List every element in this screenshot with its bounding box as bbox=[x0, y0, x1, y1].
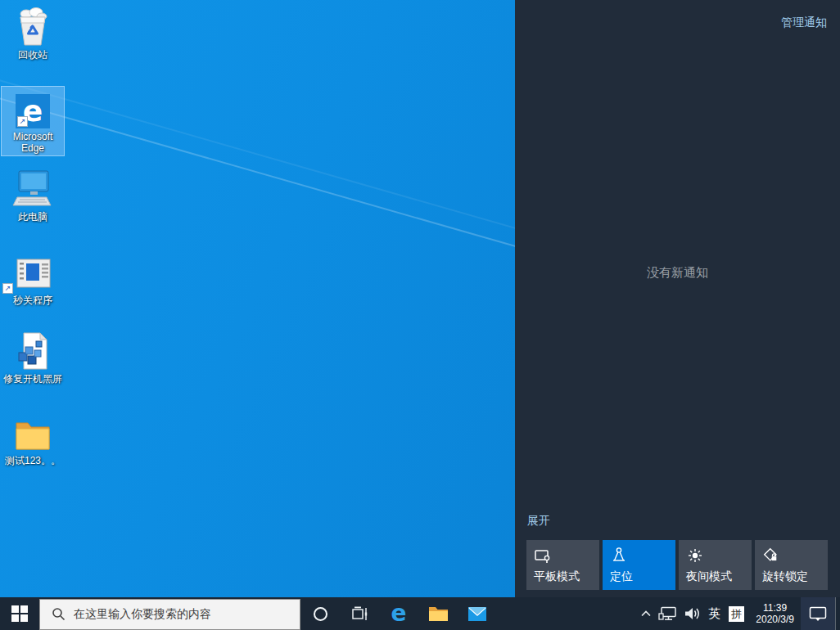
shortcut-arrow-icon: ↗ bbox=[17, 116, 28, 127]
quick-action-label: 平板模式 bbox=[534, 569, 580, 584]
quick-action-location[interactable]: 定位 bbox=[603, 540, 675, 590]
quick-action-label: 定位 bbox=[610, 569, 633, 584]
cortana-icon bbox=[314, 607, 327, 621]
file-explorer-button[interactable] bbox=[418, 597, 458, 630]
manage-notifications-link[interactable]: 管理通知 bbox=[781, 16, 827, 30]
night-light-icon bbox=[686, 547, 704, 565]
system-tray: 英 拼 11:39 2020/3/9 bbox=[637, 597, 840, 630]
tray-overflow-button[interactable] bbox=[637, 597, 655, 630]
file-explorer-icon bbox=[428, 605, 449, 623]
recycle-bin-icon bbox=[2, 7, 64, 47]
cortana-button[interactable] bbox=[300, 597, 340, 630]
desktop-icon-label: 测试123。。 bbox=[2, 455, 64, 466]
quick-action-label: 夜间模式 bbox=[686, 569, 732, 584]
location-icon bbox=[610, 547, 628, 565]
ime-mode-indicator[interactable]: 拼 bbox=[729, 606, 744, 622]
quick-action-label: 旋转锁定 bbox=[762, 569, 808, 584]
edge-icon: e ↗ bbox=[2, 89, 64, 128]
volume-icon bbox=[684, 606, 702, 621]
desktop-icon-app-shortcut[interactable]: ↗ 秒关程序 bbox=[2, 250, 64, 308]
action-center-panel: 管理通知 没有新通知 展开 平板模式 定位 bbox=[515, 0, 840, 597]
desktop-icon-folder-test123[interactable]: 测试123。。 bbox=[2, 411, 64, 468]
edge-icon: e bbox=[391, 602, 407, 625]
desktop-icon-label: 此电脑 bbox=[2, 211, 64, 223]
desktop-icon-label: 修复开机黑屏 bbox=[2, 373, 64, 385]
network-icon bbox=[658, 606, 678, 621]
desktop-icon-microsoft-edge[interactable]: e ↗ Microsoft Edge bbox=[2, 87, 64, 155]
notification-icon bbox=[808, 605, 828, 623]
task-view-button[interactable] bbox=[340, 597, 379, 630]
desktop-icon-label: 回收站 bbox=[2, 49, 64, 61]
tablet-mode-icon bbox=[534, 547, 552, 565]
taskbar-search-input[interactable]: 在这里输入你要搜索的内容 bbox=[39, 599, 300, 630]
clock-time: 11:39 bbox=[756, 602, 794, 614]
this-pc-icon bbox=[2, 169, 64, 209]
desktop-icon-this-pc[interactable]: 此电脑 bbox=[2, 167, 64, 224]
show-desktop-button[interactable] bbox=[835, 597, 840, 630]
task-view-icon bbox=[350, 605, 368, 623]
edge-taskbar-button[interactable]: e bbox=[379, 597, 418, 630]
chevron-up-icon bbox=[640, 610, 652, 618]
clock[interactable]: 11:39 2020/3/9 bbox=[749, 602, 801, 625]
action-center-button[interactable] bbox=[801, 597, 835, 630]
registry-file-icon bbox=[2, 331, 64, 371]
shortcut-arrow-icon: ↗ bbox=[2, 283, 13, 294]
taskbar: 在这里输入你要搜索的内容 e bbox=[0, 597, 840, 630]
quick-action-rotation-lock[interactable]: 旋转锁定 bbox=[755, 540, 828, 590]
desktop-icon-registry-file[interactable]: 修复开机黑屏 bbox=[2, 329, 64, 386]
folder-icon bbox=[2, 413, 64, 452]
app-window-icon: ↗ bbox=[2, 253, 64, 292]
quick-action-tablet-mode[interactable]: 平板模式 bbox=[526, 540, 599, 590]
expand-link[interactable]: 展开 bbox=[527, 514, 550, 529]
quick-action-night-light[interactable]: 夜间模式 bbox=[679, 540, 752, 590]
mail-icon bbox=[467, 606, 487, 622]
rotation-lock-icon bbox=[762, 547, 780, 565]
desktop-icon-recycle-bin[interactable]: 回收站 bbox=[2, 5, 64, 62]
network-button[interactable] bbox=[655, 597, 681, 630]
volume-button[interactable] bbox=[681, 597, 705, 630]
desktop-icon-label: 秒关程序 bbox=[2, 295, 64, 306]
windows-logo-icon bbox=[11, 605, 28, 622]
clock-date: 2020/3/9 bbox=[756, 614, 794, 625]
start-button[interactable] bbox=[0, 597, 39, 630]
search-icon bbox=[52, 607, 65, 621]
search-placeholder: 在这里输入你要搜索的内容 bbox=[74, 607, 211, 622]
mail-button[interactable] bbox=[458, 597, 497, 630]
quick-actions-row: 平板模式 定位 bbox=[526, 540, 828, 590]
language-indicator[interactable]: 英 bbox=[705, 597, 724, 630]
desktop-icon-label: Microsoft Edge bbox=[2, 131, 64, 154]
no-notifications-text: 没有新通知 bbox=[515, 265, 840, 281]
